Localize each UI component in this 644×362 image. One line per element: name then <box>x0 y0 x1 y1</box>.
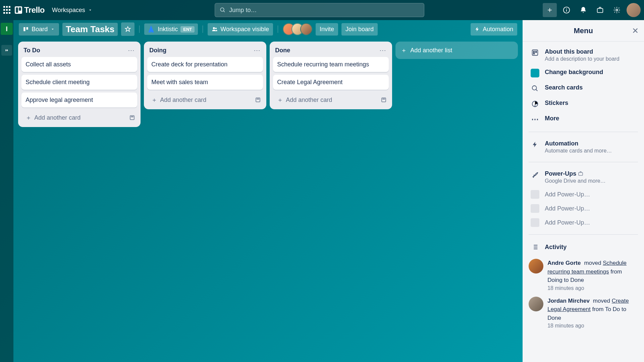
card[interactable]: Collect all assets <box>21 57 137 72</box>
workspace-button[interactable] <box>593 3 607 17</box>
automation-button[interactable]: Automation <box>471 23 517 36</box>
workspace-rail: I <box>0 20 13 362</box>
board-menu-panel: Menu ✕ About this boardAdd a description… <box>523 20 644 362</box>
activity-avatar[interactable] <box>529 297 543 311</box>
info-button[interactable] <box>559 3 574 17</box>
activity-header: Activity <box>529 239 638 256</box>
list-title[interactable]: Done <box>275 47 290 54</box>
add-powerup-slot[interactable]: Add Power-Up… <box>529 187 638 201</box>
menu-stickers[interactable]: Stickers <box>529 96 638 112</box>
menu-search-cards[interactable]: Search cards <box>529 81 638 96</box>
add-card-label: Add another card <box>160 97 206 104</box>
menu-label: Change background <box>545 69 603 76</box>
card[interactable]: Create deck for presentation <box>147 57 263 72</box>
activity-user[interactable]: Jordan Mirchev <box>547 298 590 304</box>
menu-title: Menu <box>574 26 593 35</box>
menu-change-background[interactable]: Change background <box>529 65 638 81</box>
board-view-switcher[interactable]: Board <box>19 23 59 36</box>
visibility-label: Workspace visible <box>220 26 269 33</box>
svg-rect-11 <box>257 99 259 99</box>
chevron-right-double-icon <box>4 48 9 53</box>
add-card-label: Add another card <box>34 114 80 121</box>
separator <box>278 25 278 33</box>
slot-label: Add Power-Up… <box>545 205 590 212</box>
briefcase-icon <box>596 6 604 14</box>
create-button[interactable] <box>543 3 557 17</box>
card-template-button[interactable] <box>255 97 261 103</box>
add-card-button[interactable]: ＋Add another card <box>275 95 381 105</box>
card[interactable]: Create Legal Agreement <box>273 75 389 90</box>
apps-grid-icon[interactable] <box>3 6 11 14</box>
svg-rect-16 <box>535 51 537 53</box>
menu-powerups[interactable]: Power-Ups Google Drive and more… <box>529 167 638 187</box>
search-input[interactable]: Jump to… <box>215 3 424 17</box>
sticker-icon <box>531 100 539 108</box>
add-card-label: Add another card <box>286 97 332 104</box>
svg-rect-10 <box>256 98 260 102</box>
menu-more[interactable]: ⋯ More <box>529 112 638 127</box>
add-list-button[interactable]: ＋ Add another list <box>395 42 518 59</box>
card-template-button[interactable] <box>381 97 387 103</box>
card[interactable]: Schedule client meeting <box>21 75 137 90</box>
add-powerup-slot[interactable]: Add Power-Up… <box>529 201 638 216</box>
card[interactable]: Schedule recurring team meetings <box>273 57 389 72</box>
logo[interactable]: Trello <box>15 5 45 15</box>
menu-sub: Google Drive and more… <box>545 178 605 184</box>
workspaces-dropdown[interactable]: Workspaces <box>48 5 97 16</box>
search-placeholder: Jump to… <box>229 7 257 14</box>
list-menu-button[interactable]: ⋯ <box>379 46 387 54</box>
board-icon <box>23 26 29 32</box>
svg-point-7 <box>215 28 217 29</box>
list-menu-button[interactable]: ⋯ <box>254 46 261 54</box>
card-template-button[interactable] <box>129 115 135 121</box>
rocket-icon <box>531 170 539 179</box>
workspace-tile[interactable]: I <box>1 23 13 35</box>
bolt-icon <box>531 140 539 149</box>
svg-point-3 <box>616 9 618 11</box>
bolt-icon <box>475 26 480 32</box>
member-avatar[interactable] <box>300 23 312 35</box>
board-header: Board Team Tasks Inktistic ENT Workspace… <box>13 20 523 38</box>
divider <box>529 162 638 162</box>
menu-sub: Add a description to your board <box>545 56 619 62</box>
activity-action: moved <box>584 260 601 266</box>
menu-automation[interactable]: AutomationAutomate cards and more… <box>529 137 638 157</box>
list-title[interactable]: To Do <box>23 47 40 54</box>
notifications-button[interactable] <box>576 3 590 17</box>
search-icon <box>531 84 539 93</box>
expand-rail-button[interactable] <box>1 45 12 56</box>
user-avatar[interactable] <box>627 3 641 17</box>
add-powerup-slot[interactable]: Add Power-Up… <box>529 216 638 230</box>
close-menu-button[interactable]: ✕ <box>632 26 639 36</box>
card[interactable]: Approve legal agreement <box>21 93 137 108</box>
invite-button[interactable]: Invite <box>316 23 338 36</box>
org-link[interactable]: Inktistic ENT <box>144 23 198 35</box>
list-todo: To Do⋯ Collect all assets Schedule clien… <box>18 42 141 127</box>
activity-user[interactable]: Andre Gorte <box>547 260 581 266</box>
board-title[interactable]: Team Tasks <box>62 23 118 36</box>
list-title[interactable]: Doing <box>149 47 166 54</box>
activity-avatar[interactable] <box>529 259 543 274</box>
svg-point-6 <box>213 27 215 29</box>
board-icon <box>531 48 539 57</box>
svg-rect-12 <box>382 98 386 102</box>
add-card-button[interactable]: ＋Add another card <box>149 95 255 105</box>
atlassian-icon <box>148 25 155 33</box>
powerup-placeholder-icon <box>531 204 539 213</box>
list-menu-button[interactable]: ⋯ <box>128 46 135 54</box>
visibility-button[interactable]: Workspace visible <box>208 23 273 36</box>
member-avatars[interactable] <box>283 23 312 35</box>
add-card-button[interactable]: ＋Add another card <box>23 112 129 123</box>
join-board-button[interactable]: Join board <box>341 23 378 36</box>
bell-icon <box>580 6 587 14</box>
star-icon <box>124 26 131 33</box>
template-icon <box>381 97 387 103</box>
card[interactable]: Meet with sales team <box>147 75 263 90</box>
more-icon: ⋯ <box>531 115 539 124</box>
svg-rect-19 <box>579 173 583 176</box>
star-board-button[interactable] <box>121 22 135 36</box>
settings-button[interactable] <box>610 3 624 17</box>
slot-label: Add Power-Up… <box>545 219 590 226</box>
plus-icon: ＋ <box>277 96 283 104</box>
menu-about-board[interactable]: About this boardAdd a description to you… <box>529 45 638 65</box>
